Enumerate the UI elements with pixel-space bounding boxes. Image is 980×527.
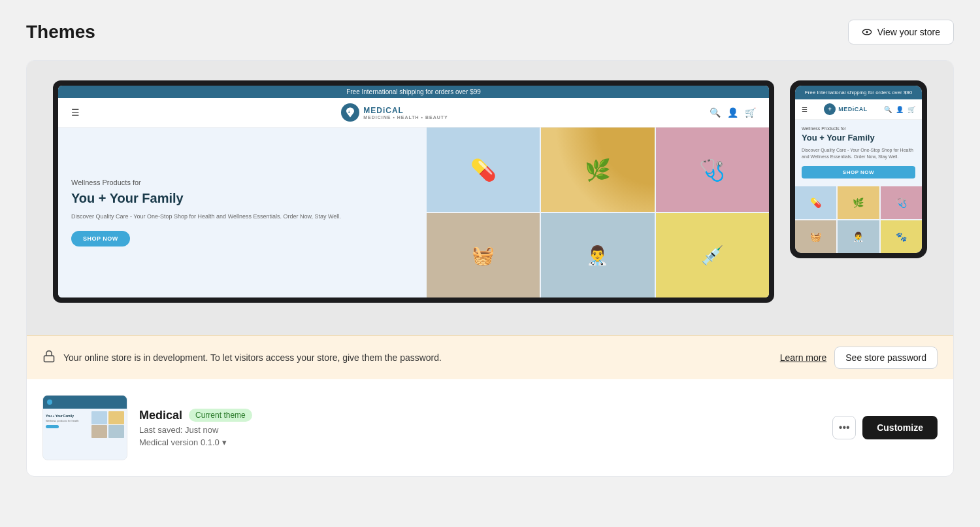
desktop-shop-now-button[interactable]: SHOP NOW [71, 231, 130, 246]
theme-thumbnail: You + Your Family Wellness products for … [42, 395, 127, 460]
page-title: Themes [26, 22, 95, 42]
hero-image-4: 🧺 [427, 213, 540, 298]
brand-name: MEDiCAL MEDICINE • HEALTH • BEAUTY [363, 106, 448, 120]
search-icon: 🔍 [710, 107, 721, 118]
theme-saved: Last saved: Just now [139, 425, 821, 435]
preview-area: Free International shipping for orders o… [27, 61, 953, 335]
thumb-img-4 [108, 425, 124, 438]
mobile-image-2: 🌿 [838, 186, 879, 219]
theme-info: You + Your Family Wellness products for … [27, 379, 953, 476]
chevron-down-icon: ▾ [222, 437, 227, 447]
thumb-cta [46, 425, 59, 428]
current-theme-badge: Current theme [189, 409, 252, 422]
password-notice: Your online store is in development. To … [27, 335, 953, 379]
thumb-img-2 [108, 411, 124, 424]
mobile-shop-now-button[interactable]: SHOP NOW [802, 166, 915, 178]
hero-title: You + Your Family [71, 190, 414, 206]
theme-name-row: Medical Current theme [139, 409, 821, 422]
main-card: Free International shipping for orders o… [26, 60, 954, 477]
mobile-hero-subtitle: Wellness Products for [802, 126, 915, 131]
svg-rect-3 [44, 356, 54, 362]
desktop-mockup: Free International shipping for orders o… [53, 80, 774, 303]
notice-actions: Learn more See store password [780, 347, 938, 369]
mobile-nav-icons: 🔍 👤 🛒 [884, 106, 915, 113]
mobile-image-3: 🩺 [881, 186, 922, 219]
mobile-images: 💊 🌿 🩺 🧺 👨‍⚕️ 🐾 [795, 186, 922, 253]
hero-image-5: 👨‍⚕️ [541, 213, 654, 298]
mobile-screen: Free International shipping for orders o… [795, 86, 922, 253]
ellipsis-icon: ••• [839, 422, 850, 434]
page-header: Themes View your store [26, 20, 954, 44]
mobile-image-6: 🐾 [881, 220, 922, 253]
thumbnail-inner: You + Your Family Wellness products for … [43, 396, 127, 460]
hero-image-2: 🌿 [541, 128, 654, 212]
mobile-mockup: Free International shipping for orders o… [790, 80, 927, 258]
more-options-button[interactable]: ••• [832, 416, 856, 439]
thumb-text: You + Your Family Wellness products for … [46, 411, 90, 438]
hamburger-icon: ☰ [71, 107, 80, 118]
cart-icon: 🛒 [745, 107, 756, 118]
svg-text:+: + [348, 110, 350, 114]
eye-icon [862, 27, 872, 37]
notice-text: Your online store is in development. To … [63, 352, 772, 363]
mobile-logo-icon: + [824, 103, 836, 115]
mobile-user-icon: 👤 [896, 106, 904, 113]
mobile-hamburger-icon: ☰ [802, 106, 808, 113]
thumb-images [91, 411, 124, 438]
hero-subtitle: Wellness Products for [71, 178, 414, 186]
svg-point-1 [866, 31, 868, 33]
hero-desc: Discover Quality Care - Your One-Stop Sh… [71, 212, 414, 222]
mobile-cart-icon: 🛒 [907, 106, 915, 113]
mobile-image-5: 👨‍⚕️ [838, 220, 879, 253]
desktop-logo: + MEDiCAL MEDICINE • HEALTH • BEAUTY [341, 103, 448, 122]
mobile-hero-desc: Discover Quality Care - Your One-Stop Sh… [802, 147, 915, 160]
desktop-topbar: Free International shipping for orders o… [58, 86, 769, 98]
logo-icon: + [341, 103, 359, 122]
customize-button[interactable]: Customize [862, 416, 938, 439]
thumb-img-1 [91, 411, 107, 424]
thumb-body: You + Your Family Wellness products for … [43, 409, 127, 441]
mobile-topbar: Free International shipping for orders o… [795, 86, 922, 99]
view-store-button[interactable]: View your store [848, 20, 954, 44]
hero-image-3: 🩺 [656, 128, 769, 212]
mobile-search-icon: 🔍 [884, 106, 892, 113]
mobile-image-4: 🧺 [795, 220, 836, 253]
hero-text: Wellness Products for You + Your Family … [58, 128, 427, 298]
view-store-label: View your store [877, 27, 940, 37]
mobile-logo: + MEDiCAL [824, 103, 868, 115]
mobile-nav: ☰ + MEDiCAL 🔍 👤 🛒 [795, 99, 922, 120]
learn-more-button[interactable]: Learn more [780, 352, 827, 363]
desktop-screen: Free International shipping for orders o… [58, 86, 769, 298]
see-password-button[interactable]: See store password [834, 347, 938, 369]
desktop-nav-icons: 🔍 👤 🛒 [710, 107, 756, 118]
mobile-image-1: 💊 [795, 186, 836, 219]
thumb-header [43, 396, 127, 409]
theme-version[interactable]: Medical version 0.1.0 ▾ [139, 437, 821, 447]
mobile-hero-title: You + Your Family [802, 133, 915, 143]
lock-icon [42, 350, 56, 366]
theme-actions: ••• Customize [832, 416, 938, 439]
hero-image-6: 💉 [656, 213, 769, 298]
hero-image-1: 💊 [427, 128, 540, 212]
user-icon: 👤 [727, 107, 738, 118]
mobile-hero: Wellness Products for You + Your Family … [795, 120, 922, 184]
desktop-hero: Wellness Products for You + Your Family … [58, 128, 769, 298]
thumb-img-3 [91, 425, 107, 438]
theme-details: Medical Current theme Last saved: Just n… [139, 409, 821, 447]
desktop-nav: ☰ + MEDiCAL MEDICINE • HEALTH • BEAUTY [58, 98, 769, 128]
theme-name: Medical [139, 409, 182, 422]
hero-images: 💊 🌿 🩺 🧺 👨‍⚕️ [427, 128, 769, 298]
